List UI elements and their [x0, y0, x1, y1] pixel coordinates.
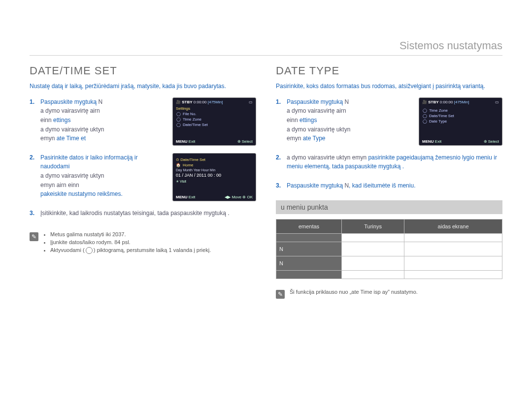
options-table: ementas Turinys aidas ekrane N N: [276, 219, 502, 279]
step-3: 3. Įsitikinkite, kad laikrodis nustatyta…: [30, 209, 256, 218]
note-icon: ✎: [276, 290, 285, 299]
note-icon: ✎: [30, 232, 38, 241]
section-title-datetype: DATE TYPE: [276, 64, 502, 77]
right-column: DATE TYPE Pasirinkite, koks datos format…: [276, 64, 502, 299]
note-box: ✎ Metus galima nustatyti iki 2037. Įjunk…: [30, 231, 256, 256]
sun-icon: [86, 247, 93, 254]
table-header: aidas ekrane: [404, 219, 502, 233]
step-1: 1. Paspauskite mygtuką N a dymo vairasvi…: [30, 97, 256, 143]
note-item: Aktyvuodami () piktogramą, perstumsite l…: [50, 247, 211, 254]
table-row: N: [276, 256, 502, 270]
table-row: N: [276, 242, 502, 256]
table-row: [276, 270, 502, 279]
table-header: ementas: [276, 219, 342, 233]
section-title-datetime: DATE/TIME SET: [30, 64, 256, 77]
intro-datetype: Pasirinkite, koks datos formatas bus rod…: [276, 82, 502, 91]
breadcrumb: Sistemos nustatymas: [30, 39, 502, 56]
step-2r: 2. a dymo vairasvirte uktyn emyn pasirin…: [276, 153, 502, 171]
intro-datetime: Nustatę datą ir laiką, peržiūrėdami įraš…: [30, 82, 256, 91]
note-item: Įjunkite datos/laiko rodym. 84 psl.: [50, 239, 211, 245]
step-3r: 3. Paspauskite mygtuką N, kad išeitumėte…: [276, 181, 502, 190]
table-header: Turinys: [342, 219, 404, 233]
left-column: DATE/TIME SET Nustatę datą ir laiką, per…: [30, 64, 256, 299]
note-single: ✎ Ši funkcija priklauso nuo „ate Time is…: [276, 289, 502, 299]
note-item: Metus galima nustatyti iki 2037.: [50, 231, 211, 237]
submenu-heading: u meniu punkta: [276, 200, 502, 214]
step-1r: 1. Paspauskite mygtuką N a dymo vairasvi…: [276, 97, 502, 143]
step-2: 2. Pasirinkite datos ir laiko informacij…: [30, 153, 256, 199]
table-row: [276, 233, 502, 242]
